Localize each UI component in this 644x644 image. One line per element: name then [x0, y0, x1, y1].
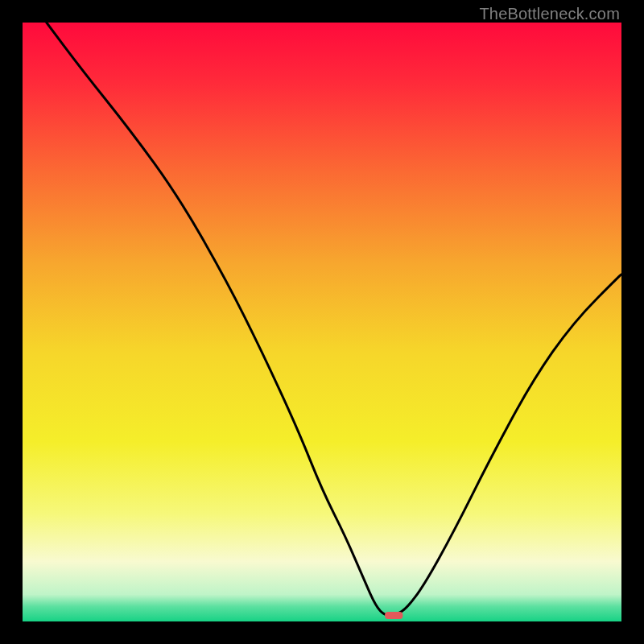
watermark-text: TheBottleneck.com	[479, 5, 620, 23]
plot-area	[23, 23, 621, 621]
optimal-point-marker	[385, 612, 402, 619]
bottleneck-chart	[23, 23, 621, 621]
chart-frame: TheBottleneck.com	[0, 0, 644, 644]
gradient-background	[23, 23, 621, 621]
